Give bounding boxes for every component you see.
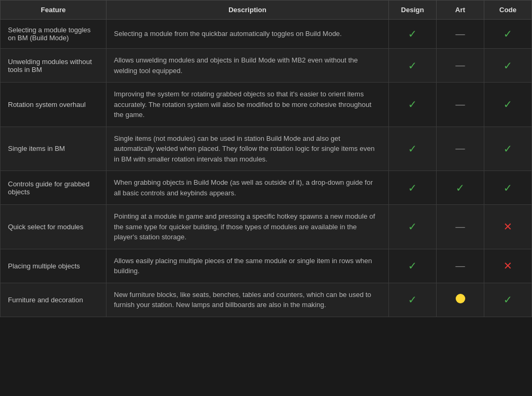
header-code: Code <box>484 1 532 20</box>
check-icon: ✓ <box>503 294 512 305</box>
check-icon: ✓ <box>456 182 465 194</box>
description-cell: Allows unwelding modules and objects in … <box>107 49 389 83</box>
check-icon: ✓ <box>408 260 417 272</box>
description-cell: Single items (not modules) can be used i… <box>107 127 389 171</box>
check-icon: ✓ <box>503 143 512 155</box>
check-icon: ✓ <box>408 143 417 155</box>
design-status-cell: ✓ <box>389 49 437 83</box>
feature-cell: Furniture and decoration <box>1 283 107 317</box>
dash-icon: — <box>456 99 465 110</box>
feature-cell: Quick select for modules <box>1 205 107 249</box>
table-row: Rotation system overhaulImproving the sy… <box>1 83 532 127</box>
code-status-cell: ✕ <box>484 249 532 283</box>
code-status-cell: ✓ <box>484 283 532 317</box>
dash-icon: — <box>456 260 465 271</box>
dash-icon: — <box>456 143 465 154</box>
cross-icon: ✕ <box>503 260 512 272</box>
design-status-cell: ✓ <box>389 83 437 127</box>
code-status-cell: ✓ <box>484 171 532 205</box>
art-status-cell: — <box>437 83 484 127</box>
art-status-cell: — <box>437 249 484 283</box>
table-row: Selecting a module toggles on BM (Build … <box>1 20 532 49</box>
dash-icon: — <box>456 60 465 70</box>
feature-cell: Single items in BM <box>1 127 107 171</box>
art-status-cell: — <box>437 49 484 83</box>
check-icon: ✓ <box>408 182 417 194</box>
check-icon: ✓ <box>503 60 512 71</box>
description-cell: Selecting a module from the quickbar aut… <box>107 20 389 49</box>
description-cell: Improving the system for rotating grabbe… <box>107 83 389 127</box>
header-design: Design <box>389 1 437 20</box>
code-status-cell: ✓ <box>484 127 532 171</box>
check-icon: ✓ <box>408 294 417 305</box>
table-row: Placing multiple objectsAllows easily pl… <box>1 249 532 283</box>
art-status-cell: — <box>437 205 484 249</box>
check-icon: ✓ <box>408 60 417 71</box>
description-cell: New furniture blocks, like seats, benche… <box>107 283 389 317</box>
feature-cell: Placing multiple objects <box>1 249 107 283</box>
design-status-cell: ✓ <box>389 171 437 205</box>
dash-icon: — <box>456 221 465 232</box>
design-status-cell: ✓ <box>389 127 437 171</box>
code-status-cell: ✓ <box>484 20 532 49</box>
feature-cell: Rotation system overhaul <box>1 83 107 127</box>
code-status-cell: ✓ <box>484 49 532 83</box>
header-feature: Feature <box>1 1 107 20</box>
table-row: Furniture and decorationNew furniture bl… <box>1 283 532 317</box>
check-icon: ✓ <box>408 221 417 232</box>
header-art: Art <box>437 1 484 20</box>
design-status-cell: ✓ <box>389 249 437 283</box>
code-status-cell: ✓ <box>484 83 532 127</box>
check-icon: ✓ <box>408 28 417 40</box>
cross-icon: ✕ <box>503 221 512 232</box>
description-cell: Allows easily placing multiple pieces of… <box>107 249 389 283</box>
design-status-cell: ✓ <box>389 20 437 49</box>
check-icon: ✓ <box>503 28 512 40</box>
dash-icon: — <box>456 29 465 39</box>
design-status-cell: ✓ <box>389 205 437 249</box>
art-status-cell <box>437 283 484 317</box>
art-status-cell: — <box>437 127 484 171</box>
feature-cell: Selecting a module toggles on BM (Build … <box>1 20 107 49</box>
description-cell: When grabbing objects in Build Mode (as … <box>107 171 389 205</box>
table-row: Controls guide for grabbed objectsWhen g… <box>1 171 532 205</box>
table-row: Quick select for modulesPointing at a mo… <box>1 205 532 249</box>
table-row: Single items in BMSingle items (not modu… <box>1 127 532 171</box>
feature-table: Feature Description Design Art Code Sele… <box>0 0 532 317</box>
feature-cell: Unwelding modules without tools in BM <box>1 49 107 83</box>
check-icon: ✓ <box>408 98 417 110</box>
check-icon: ✓ <box>503 182 512 194</box>
feature-cell: Controls guide for grabbed objects <box>1 171 107 205</box>
art-status-cell: ✓ <box>437 171 484 205</box>
check-icon: ✓ <box>503 98 512 110</box>
header-description: Description <box>107 1 389 20</box>
circle-icon <box>456 294 465 303</box>
code-status-cell: ✕ <box>484 205 532 249</box>
art-status-cell: — <box>437 20 484 49</box>
description-cell: Pointing at a module in game and pressin… <box>107 205 389 249</box>
table-row: Unwelding modules without tools in BMAll… <box>1 49 532 83</box>
design-status-cell: ✓ <box>389 283 437 317</box>
